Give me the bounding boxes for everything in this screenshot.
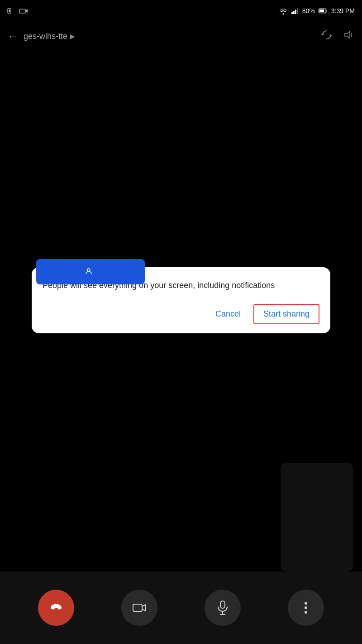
share-button-background [36,259,145,284]
svg-rect-9 [319,10,324,12]
dialog-buttons: Cancel Start sharing [43,304,319,324]
svg-rect-5 [293,11,295,14]
svg-rect-16 [220,601,225,608]
phone-hangup-icon [48,600,64,616]
bottom-bar [0,572,362,644]
end-call-button[interactable] [38,590,74,626]
svg-point-21 [305,611,307,614]
sim-icon [7,8,15,14]
svg-rect-14 [133,604,142,611]
svg-point-13 [87,269,90,271]
svg-rect-1 [9,10,10,12]
top-bar: ← ges-wihs-tte ▶ [0,22,362,51]
wifi-icon [279,7,288,14]
camera-status-icon [19,8,28,14]
status-bar: 80% 3:39 PM [0,0,362,22]
svg-rect-6 [295,10,296,14]
svg-marker-12 [345,31,350,38]
share-lock-icon [84,266,93,278]
status-bar-left [7,8,28,14]
camera-toggle-button[interactable] [121,590,157,626]
microphone-button[interactable] [205,590,241,626]
top-bar-icons [320,29,355,44]
signal-icon [291,8,299,14]
microphone-icon [216,601,229,615]
more-options-icon [304,601,308,615]
battery-icon [319,8,328,14]
phone-preview [281,463,353,572]
svg-marker-15 [142,605,146,611]
more-options-button[interactable] [288,590,324,626]
battery-percent: 80% [302,7,315,14]
svg-marker-11 [329,35,332,37]
cancel-button[interactable]: Cancel [206,304,250,324]
time-display: 3:39 PM [331,7,355,14]
call-title[interactable]: ges-wihs-tte ▶ [24,32,320,41]
svg-rect-4 [291,12,293,14]
svg-marker-10 [321,33,324,35]
back-button[interactable]: ← [7,30,18,43]
rotate-camera-icon[interactable] [320,29,333,44]
start-sharing-button[interactable]: Start sharing [253,304,319,324]
svg-point-20 [305,606,307,609]
title-expand-arrow: ▶ [70,33,75,40]
camera-icon [132,601,147,615]
status-bar-right: 80% 3:39 PM [279,7,355,14]
svg-rect-7 [297,8,298,14]
call-title-text: ges-wihs-tte [24,32,67,41]
svg-point-19 [305,602,307,605]
svg-rect-2 [19,9,25,13]
volume-icon[interactable] [342,29,355,44]
